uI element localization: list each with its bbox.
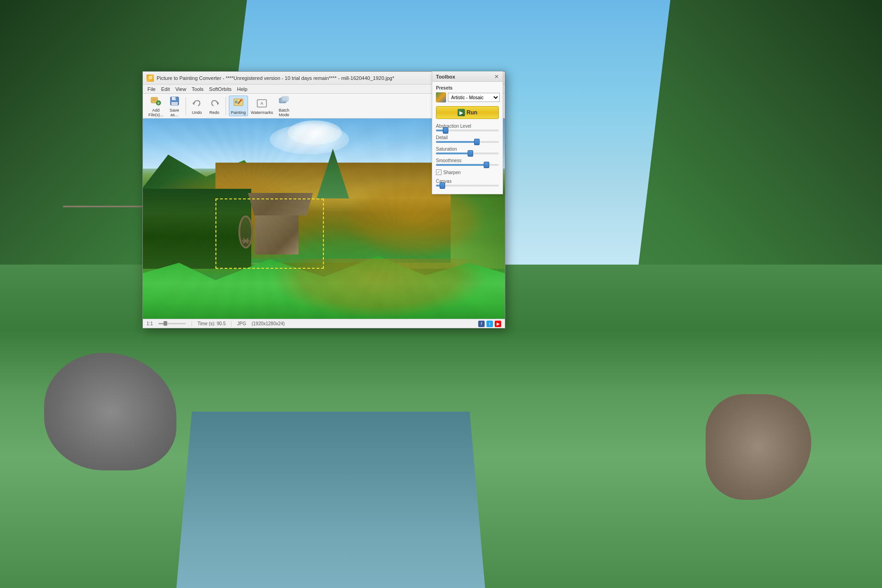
status-div-1	[192, 321, 192, 327]
toolbar-undo[interactable]: Undo	[189, 96, 205, 116]
watermarks-icon: A A	[255, 97, 268, 110]
bg-stream	[176, 412, 485, 588]
watermarks-label: Watermarks	[251, 111, 273, 115]
abstraction-track[interactable]	[436, 130, 499, 131]
svg-point-13	[240, 99, 242, 101]
batch-mode-label: BatchMode	[279, 108, 289, 118]
toolbox-close-button[interactable]: ✕	[494, 74, 499, 80]
run-label: Run	[467, 109, 477, 116]
smoothness-track[interactable]	[436, 164, 499, 166]
mill-container	[244, 195, 317, 255]
zoom-track	[158, 323, 186, 324]
status-bar: 1:1 Time (s): 90.5 JPG (1920x1280x24) f …	[143, 319, 505, 328]
abstraction-slider-row: Abstraction Level	[436, 124, 499, 131]
wheel-spoke-3	[242, 240, 249, 242]
facebook-icon[interactable]: f	[478, 321, 485, 327]
time-display: Time (s): 90.5	[198, 321, 226, 326]
twitter-icon[interactable]: t	[486, 321, 493, 327]
dark-left	[143, 189, 251, 269]
undo-icon	[191, 97, 204, 110]
format-display: JPG	[237, 321, 246, 326]
youtube-icon[interactable]: ▶	[495, 321, 501, 327]
abstraction-thumb[interactable]	[443, 127, 448, 134]
fg-amber-patch	[270, 259, 487, 319]
smoothness-fill	[436, 164, 486, 166]
toolbar-redo[interactable]: Redo	[206, 96, 223, 116]
canvas-label: Canvas	[436, 179, 499, 184]
menu-softorbits[interactable]: SoftOrbits	[206, 85, 234, 93]
undo-label: Undo	[192, 111, 202, 115]
mill-body	[255, 213, 299, 255]
toolbar-watermarks[interactable]: A A Watermarks	[249, 96, 275, 116]
svg-rect-1	[152, 99, 157, 100]
preset-thumbnail	[436, 92, 446, 102]
batch-mode-icon	[277, 95, 290, 107]
painting-icon	[232, 97, 245, 110]
toolbox-panel: Toolbox ✕ Presets Artistic - Mosaic Arti…	[432, 71, 503, 194]
detail-fill	[436, 141, 477, 143]
svg-rect-19	[282, 96, 288, 101]
detail-track[interactable]	[436, 141, 499, 143]
svg-text:+: +	[157, 101, 160, 106]
smoothness-slider-row: Smoothness	[436, 158, 499, 166]
toolbox-body: Presets Artistic - Mosaic Artistic - Oil…	[432, 82, 503, 194]
status-share-icons: f t ▶	[478, 321, 501, 327]
svg-rect-7	[175, 97, 176, 99]
run-icon: ▶	[458, 109, 465, 116]
toolbar-batch-mode[interactable]: BatchMode	[276, 94, 292, 119]
save-as-label: Saveas...	[170, 108, 179, 118]
toolbox-header: Toolbox ✕	[432, 72, 503, 82]
zoom-thumb[interactable]	[164, 321, 167, 326]
sharpen-row: ✓ Sharpen	[436, 170, 499, 175]
canvas-thumb[interactable]	[440, 182, 445, 189]
preset-row: Artistic - Mosaic Artistic - Oil Paint A…	[436, 92, 499, 102]
toolbar-save-as[interactable]: Saveas...	[166, 94, 183, 119]
svg-point-12	[235, 101, 237, 103]
saturation-track[interactable]	[436, 153, 499, 154]
detail-thumb[interactable]	[474, 139, 480, 145]
sharpen-label: Sharpen	[443, 170, 461, 175]
canvas-track[interactable]	[436, 185, 499, 187]
smoothness-label: Smoothness	[436, 158, 499, 163]
save-icon	[168, 95, 181, 107]
mill-wheel	[238, 215, 253, 249]
add-files-icon: +	[149, 95, 162, 107]
zoom-level: 1:1	[147, 321, 153, 326]
mill-roof	[248, 193, 313, 216]
add-files-label: AddFile(s)...	[148, 108, 164, 118]
menu-view[interactable]: View	[173, 85, 189, 93]
toolbar-painting[interactable]: Painting	[229, 96, 249, 117]
menu-file[interactable]: File	[145, 85, 158, 93]
window-title: Picture to Painting Converter - ****Unre…	[157, 75, 469, 81]
menu-help[interactable]: Help	[234, 85, 250, 93]
toolbox-title: Toolbox	[436, 74, 455, 79]
app-icon: 🖼	[147, 74, 154, 82]
svg-marker-10	[217, 102, 219, 105]
svg-text:A: A	[260, 101, 264, 106]
saturation-thumb[interactable]	[468, 150, 473, 157]
smoothness-thumb[interactable]	[484, 162, 489, 168]
menu-edit[interactable]: Edit	[158, 85, 173, 93]
svg-marker-9	[192, 102, 194, 105]
menu-tools[interactable]: Tools	[189, 85, 206, 93]
redo-icon	[208, 97, 221, 110]
redo-label: Redo	[209, 111, 220, 115]
svg-rect-2	[152, 100, 156, 101]
painting-label: Painting	[231, 111, 246, 115]
cloud-2	[288, 120, 342, 144]
preset-dropdown[interactable]: Artistic - Mosaic Artistic - Oil Paint A…	[448, 93, 500, 102]
detail-slider-row: Detail	[436, 135, 499, 143]
saturation-fill	[436, 153, 470, 154]
dimensions-display: (1920x1280x24)	[252, 321, 285, 326]
toolbar-sep-1	[186, 97, 186, 115]
toolbar-sep-2	[226, 97, 226, 115]
sharpen-checkbox[interactable]: ✓	[436, 170, 441, 175]
saturation-slider-row: Saturation	[436, 147, 499, 154]
svg-rect-8	[171, 102, 178, 105]
toolbar-add-files[interactable]: + AddFile(s)...	[147, 94, 165, 119]
status-div-2	[231, 321, 232, 327]
presets-label: Presets	[436, 85, 499, 90]
zoom-slider-area[interactable]	[158, 323, 186, 324]
run-button[interactable]: ▶ Run	[436, 106, 499, 119]
detail-label: Detail	[436, 135, 499, 140]
